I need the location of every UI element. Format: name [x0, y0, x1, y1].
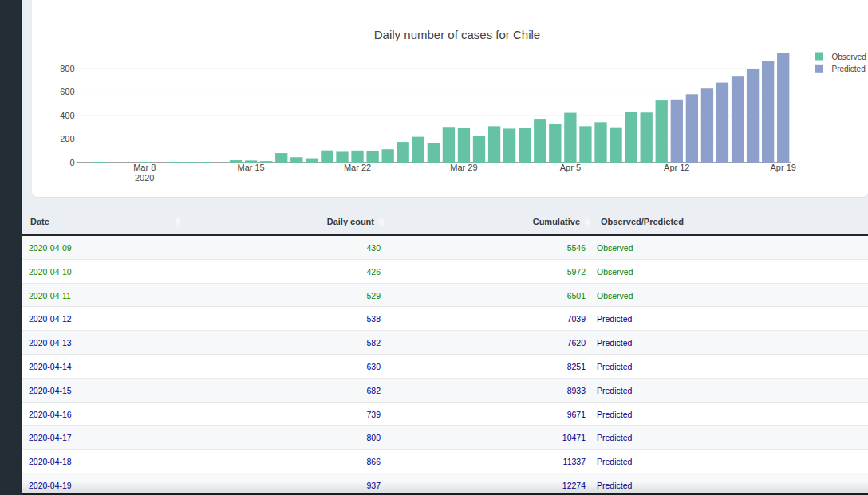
svg-text:Mar 29: Mar 29	[450, 163, 477, 172]
svg-text:Mar 8: Mar 8	[133, 163, 156, 172]
svg-text:Observed: Observed	[832, 53, 866, 61]
svg-text:Apr 19: Apr 19	[771, 163, 796, 172]
svg-text:Mar 15: Mar 15	[237, 163, 264, 172]
svg-text:0: 0	[69, 158, 74, 167]
svg-text:2020: 2020	[135, 173, 154, 183]
svg-text:200: 200	[60, 134, 74, 143]
svg-text:Daily number of cases for Chil: Daily number of cases for Chile	[374, 28, 540, 41]
svg-text:Apr 5: Apr 5	[560, 163, 581, 172]
svg-text:600: 600	[60, 87, 74, 96]
svg-text:Predicted: Predicted	[832, 65, 866, 73]
svg-text:Apr 12: Apr 12	[664, 163, 689, 172]
svg-text:Mar 22: Mar 22	[344, 163, 371, 172]
svg-text:400: 400	[60, 111, 74, 120]
svg-text:800: 800	[60, 64, 74, 73]
